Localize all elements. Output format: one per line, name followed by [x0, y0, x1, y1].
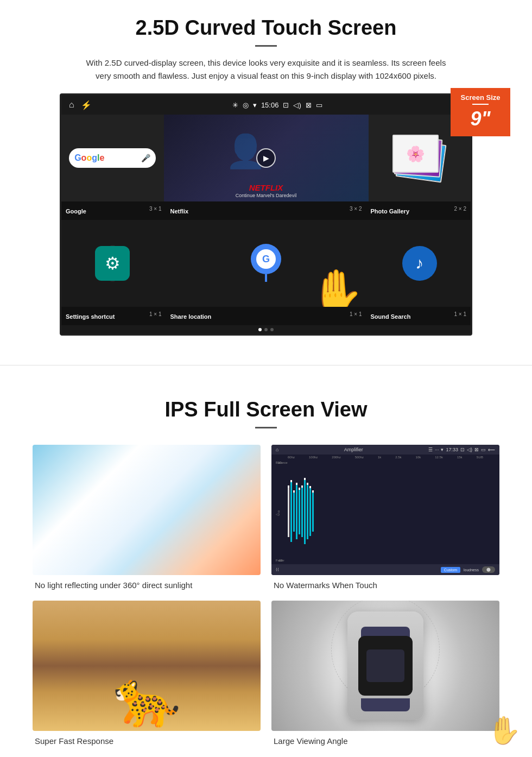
amp-bottom-controls: Custom loudness ⬤: [441, 566, 495, 573]
feature-car-top: Large Viewing Angle: [271, 601, 499, 746]
feature-car-caption: Large Viewing Angle: [271, 736, 499, 746]
google-app-size: 3 × 1: [149, 206, 162, 212]
usb-icon: ⚡: [81, 100, 92, 110]
settings-widget[interactable]: ⚙ ⚙: [61, 220, 164, 307]
settings-label-cell: Settings shortcut 1 × 1: [61, 310, 166, 322]
amp-toggle[interactable]: ⬤: [482, 566, 495, 573]
section-divider: [0, 365, 532, 365]
gallery-app-name: Photo Gallery: [371, 208, 410, 215]
settings-cell[interactable]: ⚙ ⚙: [61, 220, 164, 307]
amp-back-btn[interactable]: ⟨⟨: [276, 567, 279, 572]
feature-amplifier: ⌂ Amplifier ☰··· ▾ 17:33 ⊡◁)⊠▭⟵ 60hz100h…: [271, 445, 499, 590]
music-icon-bg: ♪: [402, 246, 437, 281]
eq-bar-3[interactable]: [293, 491, 295, 532]
maps-label-cell: Share location 1 × 1: [166, 310, 366, 322]
netflix-app-size: 3 × 2: [350, 206, 362, 212]
amp-custom-btn[interactable]: Custom: [441, 567, 460, 573]
settings-gear-icon: ⚙: [105, 253, 121, 274]
feature-cheetah-caption: Super Fast Response: [33, 736, 261, 746]
netflix-play-button[interactable]: ▶: [256, 148, 276, 168]
cheetah-gradient: 🐆: [33, 601, 261, 731]
app-labels-row-1: Google 3 × 1 Netflix 3 × 2 Photo Gallery…: [61, 201, 471, 220]
maps-widget[interactable]: G 🤚: [164, 220, 369, 307]
feature-cheetah: 🐆 Super Fast Response: [33, 601, 261, 746]
sound-label-cell: Sound Search 1 × 1: [366, 310, 471, 322]
car-outline: [347, 611, 423, 720]
eq-bar-6[interactable]: [301, 487, 303, 537]
section1-description: With 2.5D curved-display screen, this de…: [81, 56, 451, 83]
amplifier-ui: ⌂ Amplifier ☰··· ▾ 17:33 ⊡◁)⊠▭⟵ 60hz100h…: [271, 445, 499, 575]
maps-logo-svg: G: [250, 243, 282, 282]
settings-icon-bg: ⚙: [95, 246, 130, 281]
home-icon[interactable]: ⌂: [69, 100, 74, 110]
netflix-brand-text: NETFLIX: [168, 184, 364, 192]
car-windshield-bottom: [361, 698, 410, 711]
google-widget[interactable]: Google 🎤: [61, 115, 164, 201]
car-body: [347, 611, 423, 720]
app-labels-row-2: Settings shortcut 1 × 1 Share location 1…: [61, 307, 471, 325]
hand-pointing-icon: 🤚: [309, 267, 363, 307]
badge-size: 9": [455, 109, 506, 129]
eq-bar-5[interactable]: [299, 489, 300, 534]
badge-divider: [472, 104, 489, 105]
google-widget-cell[interactable]: Google 🎤: [61, 115, 164, 201]
volume-icon: ◁): [293, 101, 301, 109]
maps-app-name: Share location: [170, 313, 212, 320]
netflix-subtitle: Continue Marvel's Daredevil: [168, 193, 364, 198]
location-icon: ◎: [243, 101, 249, 109]
dot-2: [264, 328, 268, 331]
sunlight-gradient: [33, 445, 261, 575]
photo-card-3: 🌸: [392, 135, 439, 173]
sound-search-cell[interactable]: ♪: [369, 220, 471, 307]
section2-title: IPS Full Screen View: [33, 398, 499, 421]
amp-bars: [288, 461, 495, 562]
google-search-bar[interactable]: Google 🎤: [69, 148, 156, 168]
section2-divider: [255, 427, 277, 428]
eq-bar-10[interactable]: [312, 491, 314, 532]
amp-eq-area: Balance ◁) Fader 100-10: [271, 459, 499, 564]
section-curved-screen: 2.5D Curved Touch Screen With 2.5D curve…: [0, 0, 532, 349]
feature-amplifier-caption: No Watermarks When Touch: [271, 581, 499, 590]
amp-freq-labels: 60hz100hz200hz500hz1k2.5k10k12.5k15kSUB: [271, 455, 499, 459]
eq-bar-4[interactable]: [296, 484, 297, 539]
window-icon[interactable]: ▭: [316, 101, 322, 109]
eq-bar-1[interactable]: [288, 487, 289, 537]
photo-stack: 🌸: [392, 134, 447, 182]
amp-loudness-label: loudness: [464, 568, 479, 572]
eq-bar-8[interactable]: [307, 484, 308, 539]
netflix-overlay: NETFLIX Continue Marvel's Daredevil: [164, 180, 369, 201]
dot-3: [270, 328, 274, 331]
section1-divider: [255, 45, 277, 47]
netflix-cell[interactable]: 👤 ▶ NETFLIX Continue Marvel's Daredevil: [164, 115, 369, 201]
google-mic-icon[interactable]: 🎤: [141, 154, 150, 162]
app-row-2: ⚙ ⚙ G: [61, 220, 471, 307]
feature-sunlight-caption: No light reflecting under 360° direct su…: [33, 581, 261, 590]
google-logo: Google: [74, 153, 104, 163]
amp-home-icon: ⌂: [276, 447, 278, 452]
maps-cell[interactable]: G 🤚: [164, 220, 369, 307]
eq-bar-9[interactable]: [309, 487, 311, 535]
camera-icon: ⊡: [283, 101, 289, 109]
dot-1: [258, 328, 262, 331]
status-center: ✳ ◎ ▾ 15:06 ⊡ ◁) ⊠ ▭: [232, 101, 322, 109]
section-ips-screen: IPS Full Screen View No light reflecting…: [0, 382, 532, 756]
screen-mockup: ⌂ ⚡ ✳ ◎ ▾ 15:06 ⊡ ◁) ⊠ ▭: [60, 93, 472, 336]
eq-bar-2[interactable]: [290, 481, 292, 542]
app-row-1: Google 🎤 👤 ▶: [61, 115, 471, 201]
eq-bar-7[interactable]: [304, 479, 306, 545]
netflix-widget[interactable]: 👤 ▶ NETFLIX Continue Marvel's Daredevil: [164, 115, 369, 201]
maps-app-size: 1 × 1: [350, 311, 362, 317]
amp-eq-container: 100-10: [288, 461, 495, 562]
screen-dot-indicator: [61, 325, 471, 334]
car-top-view: [271, 601, 499, 731]
status-bar: ⌂ ⚡ ✳ ◎ ▾ 15:06 ⊡ ◁) ⊠ ▭: [61, 95, 471, 115]
netflix-app-name: Netflix: [170, 208, 189, 215]
svg-text:G: G: [262, 254, 270, 264]
feature-amplifier-image: ⌂ Amplifier ☰··· ▾ 17:33 ⊡◁)⊠▭⟵ 60hz100h…: [271, 445, 499, 575]
feature-sunlight-image: [33, 445, 261, 575]
amp-bottom: ⟨⟨ Custom loudness ⬤: [271, 564, 499, 575]
sound-search-widget[interactable]: ♪: [369, 220, 471, 307]
feature-grid: No light reflecting under 360° direct su…: [33, 445, 499, 746]
close-icon[interactable]: ⊠: [306, 101, 312, 109]
car-roof: [358, 636, 413, 696]
